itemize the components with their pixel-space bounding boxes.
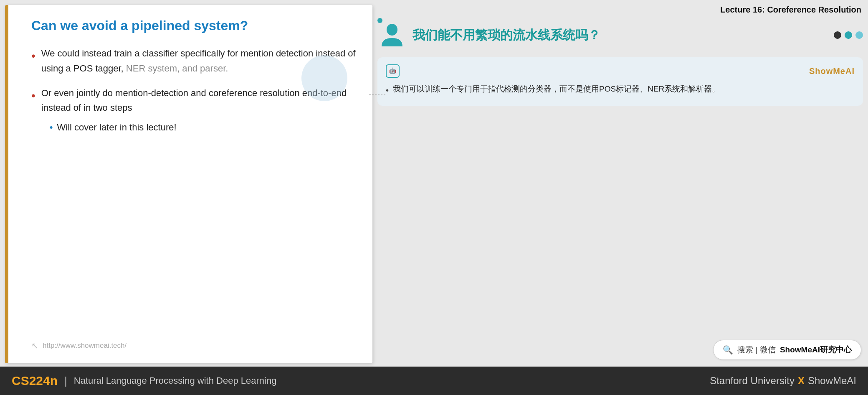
svg-point-1 [387,24,397,36]
sub-bullet-dot-1: • [50,120,53,135]
translation-bullet: • 我们可以训练一个专门用于指代检测的分类器，而不是使用POS标记器、NER系统… [386,82,855,97]
right-panel: Lecture 16: Coreference Resolution 我们能不用… [377,5,863,363]
sub-bullet-item-1: • Will cover later in this lecture! [50,120,356,135]
cursor-icon: ↖ [31,341,38,351]
lecture-title: Lecture 16: Coreference Resolution [377,5,863,15]
sub-bullet-text-1: Will cover later in this lecture! [57,120,177,135]
dashed-connector [369,91,386,99]
translation-card: 🤖 ShowMeAI • 我们可以训练一个专门用于指代检测的分类器，而不是使用P… [377,57,863,106]
bullet-dot-1: • [31,47,35,66]
search-text: 搜索 | 微信 [737,344,776,355]
bar-divider: | [64,375,67,387]
bottom-right: Stanford University X ShowMeAI [710,375,856,387]
translation-title: 我们能不用繁琐的流水线系统吗？ [412,27,600,44]
translation-icon [377,20,407,50]
slide-panel: Can we avoid a pipelined system? • We co… [5,5,372,363]
card-header: 🤖 ShowMeAI [386,64,855,78]
spacer [377,110,863,336]
translation-header: 我们能不用繁琐的流水线系统吗？ [377,19,863,51]
course-code: CS224n [12,374,58,388]
showmeai-label: ShowMeAI [809,64,855,78]
circle-decoration [301,55,347,101]
bottom-bar: CS224n | Natural Language Processing wit… [0,367,868,395]
dot-1 [834,31,841,39]
search-bar[interactable]: 🔍 搜索 | 微信 ShowMeAI研究中心 [713,340,861,360]
slide-footer: ↖ http://www.showmeai.tech/ [31,341,356,351]
bullet-text-2-main: Or even jointly do mention-detection and… [41,88,347,113]
translation-bullet-text: 我们可以训练一个专门用于指代检测的分类器，而不是使用POS标记器、NER系统和解… [393,82,720,96]
slide-title: Can we avoid a pipelined system? [31,18,356,33]
stanford-text: Stanford University [710,375,795,387]
search-bar-wrapper: 🔍 搜索 | 微信 ShowMeAI研究中心 [377,340,863,363]
ai-icon: 🤖 [386,64,400,78]
course-title: Natural Language Processing with Deep Le… [74,375,710,386]
x-separator: X [798,375,805,387]
dot-2 [845,31,852,39]
translation-bullet-dot: • [386,83,389,97]
bullet-dot-2: • [31,87,35,105]
three-dots [834,31,863,39]
dot-3 [855,31,863,39]
ai-icon-label: 🤖 [389,66,396,76]
bullet-text-1-grey: NER system, and parser. [126,63,228,74]
showmeai-text: ShowMeAI [808,375,856,387]
footer-link: http://www.showmeai.tech/ [43,341,127,350]
search-icon: 🔍 [723,345,733,355]
search-bold-text: ShowMeAI研究中心 [780,344,852,355]
